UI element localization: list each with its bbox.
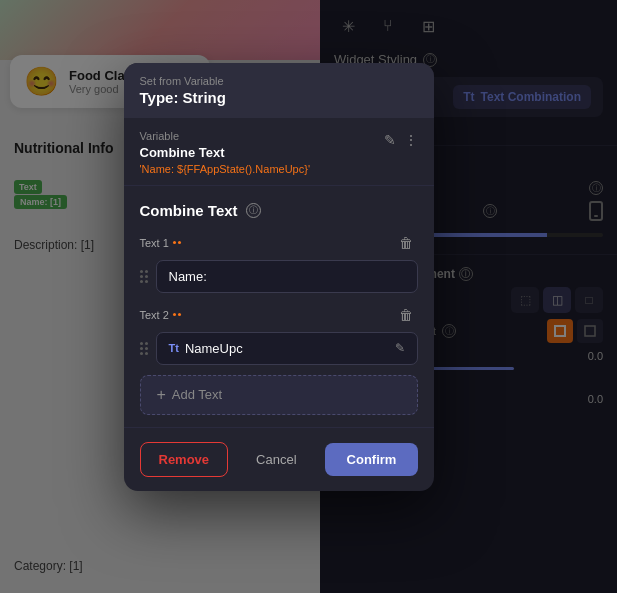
text1-input[interactable]: Name:	[156, 260, 418, 293]
more-variable-btn[interactable]: ⋮	[404, 132, 418, 148]
dialog-overlay: Set from Variable Type: String Variable …	[0, 0, 617, 593]
cancel-button[interactable]: Cancel	[238, 443, 314, 476]
dialog: Set from Variable Type: String Variable …	[124, 63, 434, 491]
edit-text2-icon[interactable]: ✎	[395, 341, 405, 355]
delete-text1-btn[interactable]: 🗑	[394, 231, 418, 255]
variable-actions: ✎ ⋮	[384, 130, 418, 148]
dialog-header: Set from Variable Type: String	[124, 63, 434, 118]
combine-text-section: Combine Text ⓘ Text 1 🗑	[124, 190, 434, 427]
text1-value: Name:	[169, 269, 207, 284]
text2-label: Text 2	[140, 309, 181, 321]
combine-info-icon: ⓘ	[246, 203, 261, 218]
text1-input-row: Name:	[140, 260, 418, 293]
variable-left: Variable Combine Text 'Name: ${FFAppStat…	[140, 130, 384, 175]
dialog-footer: Remove Cancel Confirm	[124, 427, 434, 491]
dialog-header-title: Type: String	[140, 89, 418, 106]
variable-name: Combine Text	[140, 145, 384, 160]
text2-icon: Tt	[169, 342, 179, 354]
text1-field-row: Text 1 🗑 Name:	[140, 231, 418, 293]
variable-label: Variable	[140, 130, 384, 142]
text2-label-row: Text 2 🗑	[140, 303, 418, 327]
text2-value: NameUpc	[185, 341, 243, 356]
dialog-divider	[124, 185, 434, 186]
text1-label-row: Text 1 🗑	[140, 231, 418, 255]
variable-value: 'Name: ${FFAppState().NameUpc}'	[140, 163, 384, 175]
edit-variable-btn[interactable]: ✎	[384, 132, 396, 148]
drag-handle-2[interactable]	[140, 342, 148, 355]
add-text-label: Add Text	[172, 387, 222, 402]
add-text-plus-icon: +	[157, 386, 166, 404]
remove-button[interactable]: Remove	[140, 442, 229, 477]
add-text-btn[interactable]: + Add Text	[140, 375, 418, 415]
drag-handle-1[interactable]	[140, 270, 148, 283]
text2-input-row: Tt NameUpc ✎	[140, 332, 418, 365]
combine-title-row: Combine Text ⓘ	[140, 202, 418, 219]
variable-section: Variable Combine Text 'Name: ${FFAppStat…	[124, 118, 434, 181]
text2-field-row: Text 2 🗑	[140, 303, 418, 365]
combine-title: Combine Text	[140, 202, 238, 219]
delete-text2-btn[interactable]: 🗑	[394, 303, 418, 327]
dialog-header-sub: Set from Variable	[140, 75, 418, 87]
text2-input[interactable]: Tt NameUpc ✎	[156, 332, 418, 365]
confirm-button[interactable]: Confirm	[325, 443, 419, 476]
text1-label: Text 1	[140, 237, 181, 249]
